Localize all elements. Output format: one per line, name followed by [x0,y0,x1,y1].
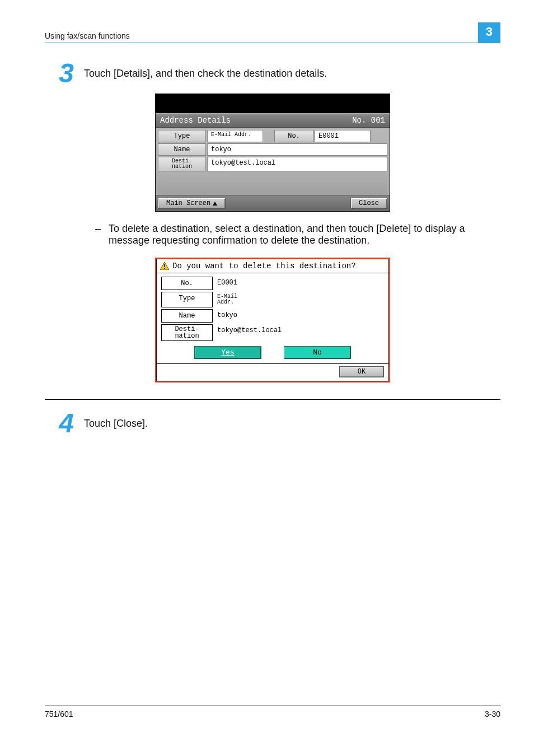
yes-label: Yes [221,348,234,357]
no-button[interactable]: No [284,346,351,359]
confirm-name-label: Name [161,309,213,323]
main-screen-button[interactable]: Main Screen [158,198,226,209]
destination-value: tokyo@test.local [207,157,387,171]
delete-confirm-screen: Do you want to delete this destination? … [155,258,390,382]
confirm-no-label: No. [161,277,213,290]
screen-top-bar [156,94,390,113]
page-footer: 751/601 3-30 [45,706,500,718]
bullet-text: To delete a destination, select a destin… [109,223,500,246]
step-4: 4 Touch [Close]. [45,410,500,437]
warning-icon [160,262,169,270]
confirm-type-value: E-Mail Addr. [213,292,384,307]
no-field-value: E0001 [315,130,371,142]
svg-rect-2 [164,268,165,269]
confirm-prompt-row: Do you want to delete this destination? [157,259,388,273]
destination-label: Desti- nation [158,157,206,171]
bullet-note: – To delete a destination, select a dest… [95,223,500,246]
chapter-badge: 3 [478,22,500,43]
close-label: Close [359,199,379,207]
step-3: 3 Touch [Details], and then check the de… [45,60,500,87]
step-text: Touch [Close]. [84,410,500,430]
footer-left: 751/601 [45,710,73,718]
page-header: Using fax/scan functions 3 [45,22,500,43]
type-label: Type [158,130,206,142]
name-label: Name [158,143,206,156]
yes-button[interactable]: Yes [194,346,261,359]
confirm-name-value: tokyo [213,309,384,323]
ok-label: OK [358,368,366,376]
screen-title-bar: Address Details No. 001 [156,113,390,128]
type-value: E-Mail Addr. [207,130,263,142]
address-details-screen: Address Details No. 001 Type E-Mail Addr… [155,94,390,212]
ok-button[interactable]: OK [339,366,384,377]
confirm-type-label: Type [161,292,213,307]
no-field-label: No. [274,130,313,142]
svg-rect-1 [164,264,165,267]
arrow-up-icon [213,202,217,206]
no-label: No [313,348,322,357]
screen-title: Address Details [160,116,231,125]
step-number: 3 [45,60,84,87]
confirm-dest-label: Desti- nation [161,324,213,341]
confirm-prompt: Do you want to delete this destination? [172,262,356,270]
confirm-dest-value: tokyo@test.local [213,324,384,341]
bullet-dash: – [95,223,109,246]
divider [45,399,500,400]
footer-right: 3-30 [485,710,500,718]
step-text: Touch [Details], and then check the dest… [84,60,500,80]
main-screen-label: Main Screen [166,199,210,207]
name-value: tokyo [207,143,387,156]
step-number: 4 [45,410,84,437]
header-title: Using fax/scan functions [45,31,130,43]
close-button[interactable]: Close [350,198,387,209]
screen-no-label: No. 001 [352,116,385,125]
confirm-no-value: E0001 [213,277,384,290]
